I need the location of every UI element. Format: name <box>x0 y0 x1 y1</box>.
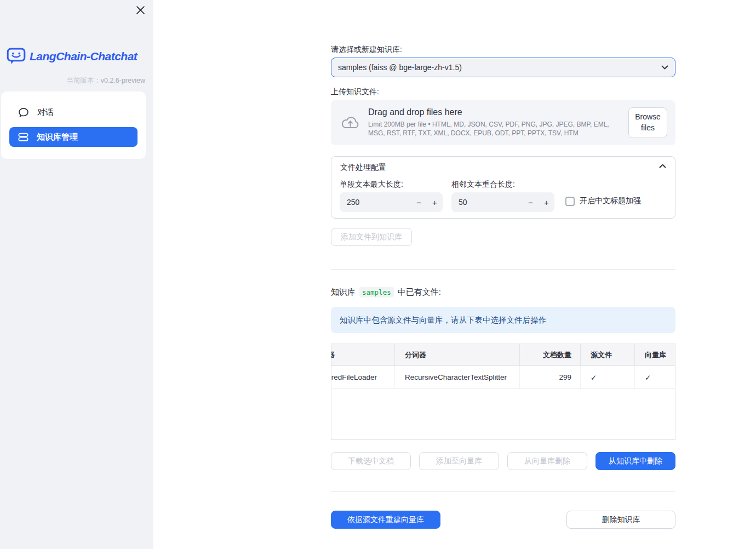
kb-existing-files-heading: 知识库 samples 中已有文件: <box>331 287 441 298</box>
version-value: v0.2.6-preview <box>101 77 145 84</box>
sidebar-close-icon[interactable] <box>135 5 145 15</box>
chat-smiley-logo-icon <box>7 47 26 65</box>
sidebar-item-dialogue[interactable]: 对话 <box>9 102 138 122</box>
column-header-splitter[interactable]: 分词器 <box>394 344 519 365</box>
add-to-vector-store-button[interactable]: 添加至向量库 <box>419 452 499 470</box>
file-config-expander: 文件处理配置 单段文本最大长度: − + 相邻文本重合长度: − + 开启中文标… <box>331 156 675 219</box>
table-action-buttons: 下载选中文档 添加至向量库 从向量库删除 从知识库中删除 <box>331 452 675 470</box>
expander-title[interactable]: 文件处理配置 <box>340 163 386 173</box>
kb-select-label: 请选择或新建知识库: <box>331 45 402 55</box>
kb-select[interactable]: samples (faiss @ bge-large-zh-v1.5) <box>331 58 675 77</box>
chat-bubble-icon <box>18 107 29 118</box>
sidebar-item-kb-management[interactable]: 知识库管理 <box>9 127 138 147</box>
rebuild-vector-store-button[interactable]: 依据源文件重建向量库 <box>331 511 440 529</box>
browse-files-button[interactable]: Browse files <box>628 107 667 138</box>
delete-from-kb-button[interactable]: 从知识库中删除 <box>595 452 675 470</box>
sidebar-item-label: 对话 <box>37 107 54 118</box>
minus-button[interactable]: − <box>523 192 539 212</box>
plus-button[interactable]: + <box>427 192 443 212</box>
info-text: 知识库中包含源文件与向量库，请从下表中选择文件后操作 <box>340 315 546 325</box>
kb-line-prefix: 知识库 <box>331 287 356 298</box>
check-icon: ✓ <box>645 373 651 382</box>
divider <box>331 269 675 270</box>
uploader-instructions: Drag and drop files here Limit 200MB per… <box>368 107 628 138</box>
cell-loader[interactable]: UnstructuredFileLoader <box>331 366 394 388</box>
sidebar-menu: 对话 知识库管理 <box>1 92 146 159</box>
add-files-to-kb-button[interactable]: 添加文件到知识库 <box>331 228 412 246</box>
cell-splitter[interactable]: RecursiveCharacterTextSplitter <box>394 366 519 388</box>
check-icon: ✓ <box>591 373 597 382</box>
column-header-loader[interactable]: 文档加载器 <box>331 344 394 365</box>
kb-line-suffix: 中已有文件: <box>398 287 441 298</box>
file-uploader-dropzone[interactable]: Drag and drop files here Limit 200MB per… <box>331 100 675 145</box>
sidebar: LangChain-Chatchat 当前版本：v0.2.6-preview 对… <box>0 0 153 549</box>
overlap-stepper: − + <box>451 192 554 212</box>
kb-name-code: samples <box>359 287 394 298</box>
kb-files-table[interactable]: 文档加载器 分词器 文档数量 源文件 向量库 UnstructuredFileL… <box>331 344 675 440</box>
cell-vector-store-check[interactable]: ✓ <box>634 366 675 388</box>
app-window: LangChain-Chatchat 当前版本：v0.2.6-preview 对… <box>0 0 756 549</box>
chevron-up-icon[interactable] <box>659 164 666 168</box>
table-header: 文档加载器 分词器 文档数量 源文件 向量库 <box>331 344 675 366</box>
chevron-down-icon <box>661 65 668 70</box>
info-alert: 知识库中包含源文件与向量库，请从下表中选择文件后操作 <box>331 307 675 333</box>
delete-from-vector-store-button[interactable]: 从向量库删除 <box>507 452 587 470</box>
sidebar-item-label: 知识库管理 <box>37 132 78 142</box>
uploader-limit-text: Limit 200MB per file • HTML, MD, JSON, C… <box>368 121 624 138</box>
version-line: 当前版本：v0.2.6-preview <box>66 76 145 85</box>
chunk-size-input[interactable] <box>340 198 411 207</box>
kb-select-value: samples (faiss @ bge-large-zh-v1.5) <box>338 63 661 72</box>
table-row[interactable]: UnstructuredFileLoader RecursiveCharacte… <box>331 366 675 389</box>
column-header-source-file[interactable]: 源文件 <box>580 344 634 365</box>
divider <box>331 491 675 492</box>
main-content: 请选择或新建知识库: samples (faiss @ bge-large-zh… <box>331 0 675 549</box>
overlap-input[interactable] <box>451 198 523 207</box>
cell-source-file-check[interactable]: ✓ <box>580 366 634 388</box>
overlap-label: 相邻文本重合长度: <box>451 180 515 190</box>
chunk-size-label: 单段文本最大长度: <box>340 180 403 190</box>
app-logo: LangChain-Chatchat <box>7 47 137 65</box>
plus-button[interactable]: + <box>539 192 554 212</box>
zh-title-enhance-checkbox[interactable]: 开启中文标题加强 <box>565 196 641 206</box>
version-label: 当前版本： <box>66 77 101 84</box>
delete-kb-button[interactable]: 删除知识库 <box>566 511 675 529</box>
cell-doc-count[interactable]: 299 <box>519 366 580 388</box>
checkbox-label: 开启中文标题加强 <box>580 196 641 206</box>
checkbox-box[interactable] <box>565 197 575 206</box>
column-header-doc-count[interactable]: 文档数量 <box>519 344 580 365</box>
uploader-title: Drag and drop files here <box>368 107 624 117</box>
stack-icon <box>18 131 28 142</box>
cloud-upload-icon <box>340 115 360 131</box>
minus-button[interactable]: − <box>411 192 427 212</box>
app-title: LangChain-Chatchat <box>30 50 137 63</box>
column-header-vector-store[interactable]: 向量库 <box>634 344 675 365</box>
upload-label: 上传知识文件: <box>331 87 379 97</box>
chunk-size-stepper: − + <box>340 192 443 212</box>
download-selected-button[interactable]: 下载选中文档 <box>331 452 411 470</box>
